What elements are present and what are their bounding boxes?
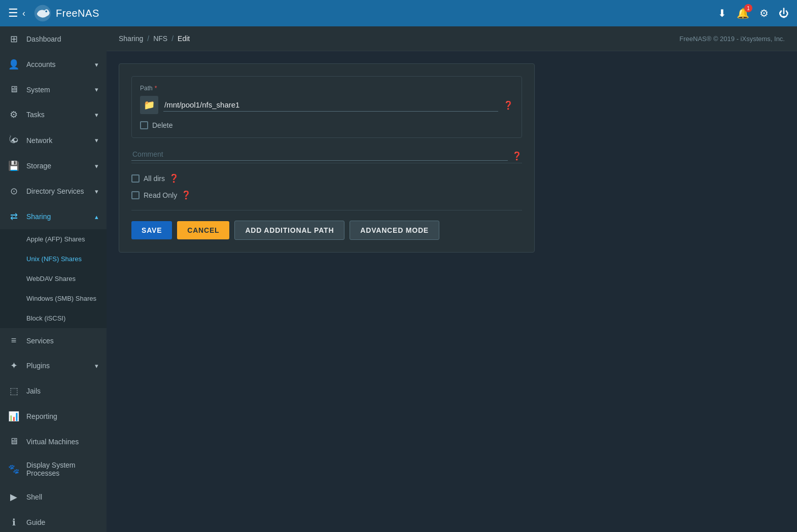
sidebar-item-label: Reporting (26, 412, 57, 420)
main-content: Sharing / NFS / Edit FreeNAS® © 2019 - i… (107, 26, 797, 532)
delete-checkbox[interactable] (140, 121, 148, 129)
breadcrumb: Sharing / NFS / Edit (119, 34, 190, 43)
sidebar-item-jails[interactable]: ⬚ Jails (0, 378, 107, 404)
svg-point-1 (45, 11, 47, 13)
storage-icon: 💾 (8, 160, 19, 171)
sidebar-item-directory-services[interactable]: ⊙ Directory Services ▾ (0, 179, 107, 204)
sidebar-item-display-system-processes[interactable]: 🐾 Display System Processes (0, 454, 107, 484)
sidebar-item-block-iscsi[interactable]: Block (iSCSI) (0, 308, 107, 328)
network-icon (8, 134, 19, 146)
tasks-icon: ⚙ (8, 109, 19, 120)
webdav-label: WebDAV Shares (26, 275, 76, 282)
edit-form: Path * 📁 ❓ Delete (119, 63, 535, 253)
breadcrumb-bar: Sharing / NFS / Edit FreeNAS® © 2019 - i… (107, 26, 797, 51)
breadcrumb-sep-2: / (171, 34, 174, 43)
accounts-icon: 👤 (8, 59, 19, 70)
hamburger-icon[interactable]: ☰ (8, 7, 18, 20)
sidebar-item-label: Sharing (26, 212, 51, 221)
sidebar-item-label: Network (26, 136, 52, 145)
shell-icon: ▶ (8, 491, 19, 503)
sidebar-item-unix-nfs[interactable]: Unix (NFS) Shares (0, 249, 107, 269)
path-input-row: 📁 ❓ (140, 96, 513, 114)
sidebar-item-plugins[interactable]: ✦ Plugins ▾ (0, 353, 107, 378)
sidebar-item-label: Storage (26, 162, 51, 170)
unix-nfs-label: Unix (NFS) Shares (26, 255, 82, 263)
notification-icon[interactable]: 🔔 1 (737, 7, 749, 19)
sidebar-item-webdav[interactable]: WebDAV Shares (0, 269, 107, 289)
path-input[interactable] (163, 98, 498, 112)
breadcrumb-sep-1: / (147, 34, 149, 43)
add-additional-path-button[interactable]: ADD ADDITIONAL PATH (234, 221, 344, 240)
sidebar-item-virtual-machines[interactable]: 🖥 Virtual Machines (0, 429, 107, 454)
form-divider (131, 210, 522, 210)
sidebar-item-storage[interactable]: 💾 Storage ▾ (0, 153, 107, 179)
delete-checkbox-label[interactable]: Delete (140, 121, 172, 129)
sidebar-item-guide[interactable]: ℹ Guide (0, 510, 107, 532)
readonly-help-icon[interactable]: ❓ (181, 190, 191, 200)
alldirs-label-text: All dirs (144, 174, 165, 183)
readonly-row: Read Only ❓ (131, 190, 522, 200)
folder-icon: 📁 (140, 96, 158, 114)
chevron-down-icon: ▾ (95, 188, 98, 195)
sidebar-item-label: Directory Services (26, 187, 84, 195)
sharing-submenu: Apple (AFP) Shares Unix (NFS) Shares Web… (0, 229, 107, 328)
sidebar-item-label: Virtual Machines (26, 438, 79, 446)
sidebar-item-label: Services (26, 337, 54, 345)
readonly-checkbox[interactable] (131, 191, 140, 199)
alldirs-checkbox[interactable] (131, 174, 140, 183)
sidebar: ⊞ Dashboard 👤 Accounts ▾ 🖥 System ▾ ⚙ Ta… (0, 26, 107, 532)
sidebar-item-network[interactable]: Network ▾ (0, 127, 107, 153)
delete-label-text: Delete (152, 121, 172, 129)
jails-icon: ⬚ (8, 385, 19, 397)
layout: ⊞ Dashboard 👤 Accounts ▾ 🖥 System ▾ ⚙ Ta… (0, 26, 797, 532)
save-button[interactable]: SAVE (131, 221, 172, 239)
comment-row: ❓ (131, 148, 522, 163)
sidebar-item-apple-afp[interactable]: Apple (AFP) Shares (0, 229, 107, 249)
apple-afp-label: Apple (AFP) Shares (26, 235, 85, 243)
sidebar-item-services[interactable]: ≡ Services (0, 328, 107, 353)
readonly-checkbox-label[interactable]: Read Only (131, 191, 177, 199)
download-icon[interactable]: ⬇ (718, 7, 726, 19)
breadcrumb-nfs[interactable]: NFS (153, 34, 167, 43)
system-icon: 🖥 (8, 84, 19, 95)
app-logo: FreeNAS (33, 4, 718, 22)
sidebar-item-shell[interactable]: ▶ Shell (0, 484, 107, 510)
path-section: Path * 📁 ❓ Delete (131, 76, 522, 138)
dashboard-icon: ⊞ (8, 33, 19, 45)
sidebar-item-label: Plugins (26, 362, 50, 370)
path-label: Path * (140, 85, 513, 92)
sidebar-item-reporting[interactable]: 📊 Reporting (0, 404, 107, 429)
sidebar-item-label: Guide (26, 518, 45, 526)
alldirs-checkbox-label[interactable]: All dirs (131, 174, 165, 183)
cancel-button[interactable]: CANCEL (177, 221, 229, 239)
sidebar-item-sharing[interactable]: ⇄ Sharing ▴ (0, 204, 107, 229)
notification-badge: 1 (744, 4, 752, 12)
power-icon[interactable]: ⏻ (779, 8, 789, 19)
comment-help-icon[interactable]: ❓ (512, 151, 522, 161)
comment-input[interactable] (131, 148, 508, 161)
alldirs-help-icon[interactable]: ❓ (169, 173, 179, 183)
windows-smb-label: Windows (SMB) Shares (26, 295, 96, 302)
advanced-mode-button[interactable]: ADVANCED MODE (350, 221, 439, 240)
plugins-icon: ✦ (8, 360, 19, 371)
topnav: ☰ ‹ FreeNAS ⬇ 🔔 1 ⚙ ⏻ (0, 0, 797, 26)
sidebar-item-windows-smb[interactable]: Windows (SMB) Shares (0, 289, 107, 308)
sidebar-item-tasks[interactable]: ⚙ Tasks ▾ (0, 102, 107, 127)
sidebar-item-label: Tasks (26, 111, 45, 119)
guide-icon: ℹ (8, 517, 19, 528)
chevron-up-icon: ▴ (95, 213, 98, 221)
settings-icon[interactable]: ⚙ (759, 7, 769, 19)
sidebar-item-label: Accounts (26, 60, 56, 68)
path-help-icon[interactable]: ❓ (503, 100, 513, 110)
chevron-down-icon: ▾ (95, 86, 98, 93)
sharing-icon: ⇄ (8, 211, 19, 222)
back-icon[interactable]: ‹ (22, 8, 25, 19)
sidebar-item-label: System (26, 86, 50, 94)
sidebar-item-accounts[interactable]: 👤 Accounts ▾ (0, 52, 107, 77)
sidebar-item-system[interactable]: 🖥 System ▾ (0, 77, 107, 102)
breadcrumb-sharing[interactable]: Sharing (119, 34, 143, 43)
reporting-icon: 📊 (8, 411, 19, 422)
sidebar-item-dashboard[interactable]: ⊞ Dashboard (0, 26, 107, 52)
chevron-down-icon: ▾ (95, 61, 98, 68)
display-system-processes-icon: 🐾 (8, 464, 19, 475)
